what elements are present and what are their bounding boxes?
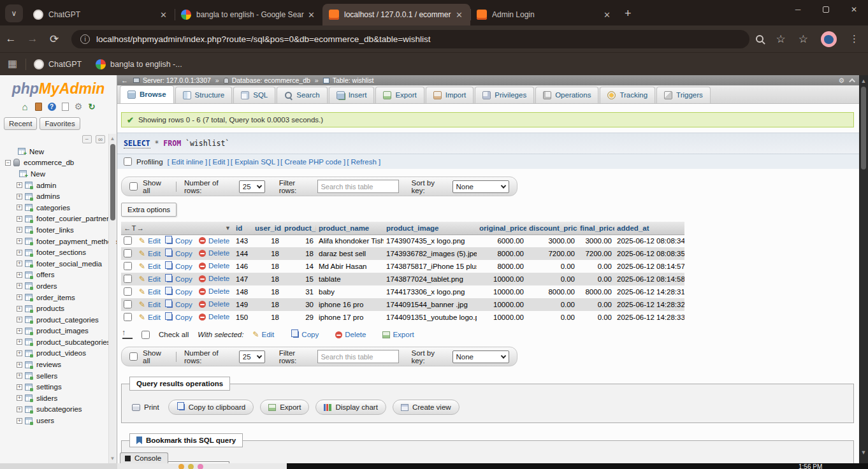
expand-icon[interactable] xyxy=(17,317,22,322)
browser-tab[interactable]: ChatGPT ✕ xyxy=(27,4,175,25)
delete-row-link[interactable]: Delete xyxy=(199,300,229,308)
edit-row-link[interactable]: ✎Edit xyxy=(139,300,161,309)
tree-item[interactable]: subcategories xyxy=(0,404,117,415)
breadcrumb-link[interactable]: Table: wishlist xyxy=(333,76,374,84)
tab-close-icon[interactable]: ✕ xyxy=(157,10,170,20)
tree-item[interactable]: footer_social_media xyxy=(0,258,117,270)
refresh-icon[interactable]: ↻ xyxy=(87,101,97,112)
show-all-checkbox[interactable] xyxy=(129,352,138,361)
breadcrumb-link[interactable]: Database: ecommerce_db xyxy=(232,76,310,84)
pma-tab[interactable]: Search xyxy=(277,87,327,103)
expand-icon[interactable] xyxy=(17,407,22,412)
address-bar[interactable]: i localhost/phpmyadmin/index.php?route=/… xyxy=(71,30,749,48)
delete-row-link[interactable]: Delete xyxy=(199,313,229,321)
query-op-button[interactable]: Print xyxy=(129,400,162,414)
query-op-button[interactable]: Copy to clipboard xyxy=(168,400,254,415)
scroll-thumb[interactable] xyxy=(861,87,866,170)
query-op-button[interactable]: Display chart xyxy=(315,400,386,415)
expand-icon[interactable] xyxy=(17,328,22,334)
tree-item[interactable]: footer_links xyxy=(0,224,117,236)
sort-descending-icon[interactable]: ▼ xyxy=(225,225,231,231)
back-button[interactable]: ← xyxy=(0,32,22,45)
row-checkbox[interactable] xyxy=(124,236,132,245)
tree-item[interactable]: footer_courier_partners xyxy=(0,213,117,225)
profiling-link[interactable]: [ Refresh ] xyxy=(347,158,380,166)
home-icon[interactable]: ⌂ xyxy=(20,101,30,112)
pma-tab[interactable]: Export xyxy=(375,87,424,103)
tree-item[interactable]: products xyxy=(0,303,117,314)
sidebar-scrollbar[interactable]: ▲ ▼ xyxy=(108,134,116,463)
pma-tab[interactable]: Tracking xyxy=(600,87,655,103)
column-header[interactable]: original_price xyxy=(477,222,526,234)
expand-icon[interactable] xyxy=(17,227,22,233)
tree-item[interactable]: categories xyxy=(0,202,117,213)
copy-row-link[interactable]: Copy xyxy=(167,301,192,308)
docs-icon[interactable] xyxy=(60,101,70,112)
zoom-icon[interactable] xyxy=(756,35,763,43)
expand-icon[interactable] xyxy=(17,205,22,210)
expand-icon[interactable] xyxy=(17,350,22,356)
settings-gear-icon[interactable]: ⚙ xyxy=(73,101,83,112)
row-checkbox[interactable] xyxy=(124,275,132,283)
edit-row-link[interactable]: ✎Edit xyxy=(139,313,161,322)
taskbar-app-icon[interactable] xyxy=(178,464,184,469)
check-all-checkbox[interactable] xyxy=(141,331,150,339)
expand-icon[interactable] xyxy=(17,306,22,312)
favorites-button[interactable]: Favorites xyxy=(40,117,80,130)
delete-row-link[interactable]: Delete xyxy=(199,249,229,257)
expand-icon[interactable] xyxy=(17,339,22,345)
pma-tab[interactable]: Insert xyxy=(329,87,375,103)
scroll-top-icon[interactable] xyxy=(849,78,855,84)
taskbar-app-icon[interactable] xyxy=(198,464,203,469)
column-header[interactable]: discount_price xyxy=(526,222,577,234)
tree-item[interactable]: footer_sections xyxy=(0,247,117,258)
tree-item[interactable]: footer_payment_methods xyxy=(0,236,117,247)
delete-row-link[interactable]: Delete xyxy=(199,237,229,245)
edit-row-link[interactable]: ✎Edit xyxy=(139,275,161,284)
phpmyadmin-logo[interactable]: phpMyAdmin xyxy=(0,75,117,97)
expand-icon[interactable] xyxy=(17,373,22,379)
column-header[interactable]: id xyxy=(233,222,252,234)
expand-icon[interactable] xyxy=(17,362,22,368)
close-button[interactable]: ✕ xyxy=(840,0,868,19)
scroll-up-icon[interactable]: ▲ xyxy=(859,78,868,84)
copy-row-link[interactable]: Copy xyxy=(167,250,192,257)
tree-item[interactable]: sliders xyxy=(0,393,117,404)
tree-item[interactable]: settings xyxy=(0,381,117,393)
row-options-icon[interactable]: ←T→ xyxy=(124,224,145,232)
bookmark-star-icon[interactable]: ☆ xyxy=(776,32,786,46)
row-checkbox[interactable] xyxy=(124,262,132,270)
breadcrumb-link[interactable]: Server: 127.0.0.1:3307 xyxy=(143,76,211,84)
copy-row-link[interactable]: Copy xyxy=(167,288,192,296)
tree-item[interactable]: reviews xyxy=(0,359,117,370)
delete-row-link[interactable]: Delete xyxy=(199,287,229,295)
profiling-link[interactable]: [ Edit ] xyxy=(208,158,229,166)
expand-icon[interactable] xyxy=(17,283,22,289)
clock[interactable]: 1:56 PM xyxy=(799,463,822,469)
pma-tab[interactable]: Import xyxy=(426,87,474,103)
tree-item[interactable]: product_images xyxy=(0,326,117,337)
with-selected-action[interactable]: Edit xyxy=(252,330,274,339)
tree-item[interactable]: New xyxy=(0,146,117,157)
apps-grid-icon[interactable] xyxy=(9,60,18,69)
expand-icon[interactable] xyxy=(17,216,22,222)
extra-options-button[interactable]: Extra options xyxy=(121,203,177,217)
expand-icon[interactable] xyxy=(17,418,22,424)
pma-tab[interactable]: Triggers xyxy=(656,87,711,103)
profiling-link[interactable]: [ Edit inline ] xyxy=(168,158,208,166)
browser-tab[interactable]: localhost / 127.0.0.1 / ecommer ✕ xyxy=(322,4,470,25)
site-info-icon[interactable]: i xyxy=(80,34,90,44)
tab-search-icon[interactable] xyxy=(5,4,23,22)
copy-row-link[interactable]: Copy xyxy=(167,314,192,321)
query-op-button[interactable]: Export xyxy=(260,400,309,415)
tree-item[interactable]: product_categories xyxy=(0,314,117,326)
link-panel-icon[interactable]: ∞ xyxy=(96,135,105,143)
pma-tab[interactable]: Privileges xyxy=(475,87,534,103)
tree-item[interactable]: orders xyxy=(0,280,117,292)
scroll-down-icon[interactable]: ▼ xyxy=(859,449,868,456)
tree-item[interactable]: product_videos xyxy=(0,348,117,359)
expand-icon[interactable] xyxy=(17,194,22,199)
logout-icon[interactable] xyxy=(33,101,43,112)
browser-tab[interactable]: Admin Login ✕ xyxy=(470,4,618,25)
pma-tab[interactable]: Operations xyxy=(535,87,598,103)
